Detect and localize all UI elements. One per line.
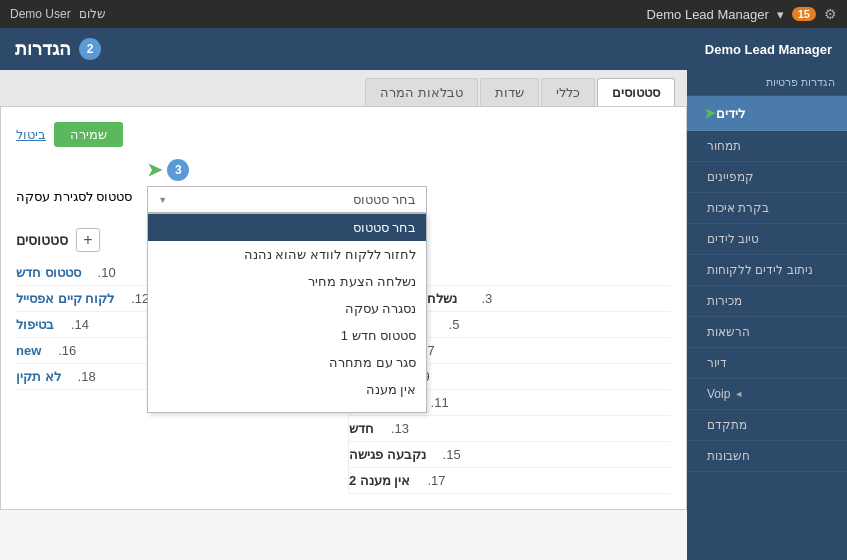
tab-fields[interactable]: שדות	[480, 78, 539, 106]
statuses-section-title: סטטוסים	[16, 232, 68, 248]
sidebar: הגדרות פרטיות לידים ➤ תמחור קמפיינים בקר…	[687, 70, 847, 560]
sidebar-label-leads: לידים	[716, 106, 745, 121]
status-num-5: 5.	[439, 317, 459, 332]
sidebar-item-voip[interactable]: Voip	[687, 379, 847, 410]
status-row-17: 17. אין מענה 2	[349, 468, 671, 494]
save-button[interactable]: שמירה	[54, 122, 123, 147]
dropdown-option-1[interactable]: בחר סטטוס	[148, 214, 426, 241]
status-name-16: new	[16, 343, 41, 358]
add-status-button[interactable]: +	[76, 228, 100, 252]
sidebar-label-routing: טיוב לידים	[707, 232, 759, 246]
user-greeting: שלום	[79, 7, 106, 21]
gear-icon[interactable]: ⚙	[824, 6, 837, 22]
status-num-18: 18.	[76, 369, 96, 384]
dropdown-option-3[interactable]: נשלחה הצעת מחיר	[148, 268, 426, 295]
leads-arrow-icon: ➤	[704, 105, 716, 121]
status-num-16: 16.	[56, 343, 76, 358]
sidebar-label-tamhor: תמחור	[707, 139, 741, 153]
sidebar-label-quality: בקרת איכות	[707, 201, 769, 215]
header-logo: Demo Lead Manager	[705, 42, 832, 57]
status-num-14: 14.	[69, 317, 89, 332]
settings-content: שמירה ביטול 3 ➤ בחר סטטוס	[0, 106, 687, 510]
status-row-13: 13. חדש	[349, 416, 671, 442]
sidebar-label-routing2: ניתוב לידים ללקוחות	[707, 263, 813, 277]
status-label-area: סטטוס לסגירת עסקה	[16, 159, 132, 204]
dropdown-option-2[interactable]: לחזור ללקוח לוודא שהוא נהנה	[148, 241, 426, 268]
status-row-15: 15. נקבעה פגישה	[349, 442, 671, 468]
sidebar-item-advanced[interactable]: מתקדם	[687, 410, 847, 441]
sidebar-item-quality[interactable]: בקרת איכות	[687, 193, 847, 224]
topbar: ⚙ 15 ▾ Demo Lead Manager שלום Demo User	[0, 0, 847, 28]
step-badge-3: 3	[167, 159, 189, 181]
status-dropdown-container: בחר סטטוס בחר סטטוס לחזור ללקוח לוודא שה…	[147, 186, 427, 213]
sidebar-label-advanced: מתקדם	[707, 418, 747, 432]
status-num-11: 11.	[429, 395, 449, 410]
sidebar-label-campaigns: קמפיינים	[707, 170, 754, 184]
status-deal-row: 3 ➤ בחר סטטוס בחר סטטוס לחזור ללקוח לווד…	[16, 159, 671, 213]
sidebar-item-leads[interactable]: לידים ➤	[687, 96, 847, 131]
dropdown-option-5[interactable]: סטטוס חדש 1	[148, 322, 426, 349]
sidebar-section-label: הגדרות פרטיות	[687, 70, 847, 96]
header-bar: Demo Lead Manager 2 הגדרות	[0, 28, 847, 70]
tab-tables[interactable]: טבלאות המרה	[365, 78, 478, 106]
app-title: Demo Lead Manager	[647, 7, 769, 22]
sidebar-item-accounting[interactable]: חשבונות	[687, 441, 847, 472]
dropdown-option-6[interactable]: סגר עם מתחרה	[148, 349, 426, 376]
header-title-area: 2 הגדרות	[15, 38, 101, 60]
action-buttons: שמירה ביטול	[16, 122, 671, 147]
step-badge-2: 2	[79, 38, 101, 60]
status-name-10: סטטוס חדש	[16, 265, 81, 280]
user-name: Demo User	[10, 7, 71, 21]
sidebar-item-diur[interactable]: דיור	[687, 348, 847, 379]
status-name-15: נקבעה פגישה	[349, 447, 426, 462]
sidebar-item-permissions[interactable]: הרשאות	[687, 317, 847, 348]
status-name-17: אין מענה 2	[349, 473, 410, 488]
status-name-12: לקוח קיים אפסייל	[16, 291, 114, 306]
dropdown-arrow: ▾	[777, 7, 784, 22]
tab-statuses[interactable]: סטטוסים	[597, 78, 675, 106]
main-container: הגדרות פרטיות לידים ➤ תמחור קמפיינים בקר…	[0, 70, 847, 560]
cancel-button[interactable]: ביטול	[16, 127, 46, 142]
page-title: הגדרות	[15, 38, 71, 60]
sidebar-item-tamhor[interactable]: תמחור	[687, 131, 847, 162]
status-deal-label: סטטוס לסגירת עסקה	[16, 189, 132, 204]
content-area: סטטוסים כללי שדות טבלאות המרה שמירה ביטו…	[0, 70, 687, 560]
status-num-10: 10.	[96, 265, 116, 280]
sidebar-item-routing[interactable]: טיוב לידים	[687, 224, 847, 255]
sidebar-label-accounting: חשבונות	[707, 449, 750, 463]
status-dropdown-trigger[interactable]: בחר סטטוס	[147, 186, 427, 213]
tabs-bar: סטטוסים כללי שדות טבלאות המרה	[0, 70, 687, 106]
status-name-14: בטיפול	[16, 317, 54, 332]
sidebar-label-permissions: הרשאות	[707, 325, 750, 339]
status-num-3: 3.	[472, 291, 492, 306]
step3-arrow-icon: ➤	[147, 159, 162, 181]
status-dropdown-list: בחר סטטוס לחזור ללקוח לוודא שהוא נהנה נש…	[147, 213, 427, 413]
status-num-15: 15.	[441, 447, 461, 462]
status-name-18: לא תקין	[16, 369, 61, 384]
notification-badge[interactable]: 15	[792, 7, 816, 21]
sidebar-item-sales[interactable]: מכירות	[687, 286, 847, 317]
dropdown-option-7[interactable]: אין מענה	[148, 376, 426, 403]
sidebar-item-campaigns[interactable]: קמפיינים	[687, 162, 847, 193]
status-num-12: 12.	[129, 291, 149, 306]
dropdown-selected-value: בחר סטטוס	[353, 192, 417, 207]
step3-area: 3 ➤	[147, 159, 189, 181]
dropdown-option-4[interactable]: נסגרה עסקה	[148, 295, 426, 322]
status-num-13: 13.	[389, 421, 409, 436]
sidebar-item-routing2[interactable]: ניתוב לידים ללקוחות	[687, 255, 847, 286]
sidebar-label-voip: Voip	[707, 387, 730, 401]
sidebar-label-diur: דיור	[707, 356, 727, 370]
topbar-right: שלום Demo User	[10, 7, 106, 21]
status-num-17: 17.	[425, 473, 445, 488]
sidebar-label-sales: מכירות	[707, 294, 742, 308]
topbar-left: ⚙ 15 ▾ Demo Lead Manager	[647, 6, 837, 22]
dropdown-option-8[interactable]: לא רלוונטי	[148, 403, 426, 413]
status-name-13: חדש	[349, 421, 374, 436]
dropdown-area: 3 ➤ בחר סטטוס בחר סטטוס לחזור ללקוח לווד…	[147, 159, 427, 213]
tab-kolel[interactable]: כללי	[541, 78, 595, 106]
